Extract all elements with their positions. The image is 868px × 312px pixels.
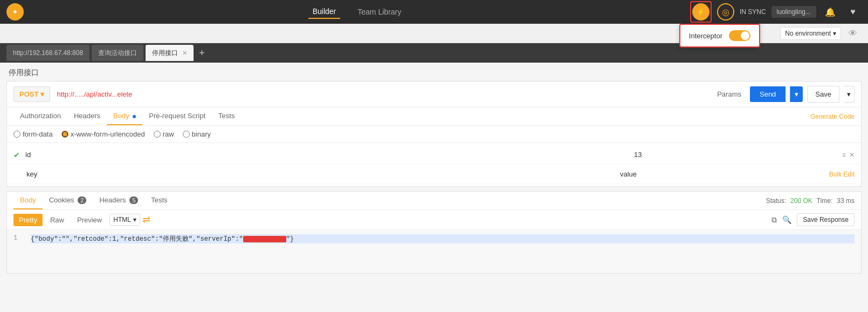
format-raw-button[interactable]: Raw <box>45 214 70 226</box>
field-row-id: ✔ id 13 ≡ ✕ <box>7 145 861 165</box>
field-row-placeholder: key value Bulk Edit <box>7 165 861 184</box>
url-input[interactable] <box>54 88 708 100</box>
tab-headers[interactable]: Headers <box>67 107 107 125</box>
body-type-form-data[interactable]: form-data <box>13 130 53 138</box>
top-nav-left: ✦ <box>6 3 24 21</box>
field-menu-icon[interactable]: ≡ <box>842 151 846 159</box>
tab-authorization[interactable]: Authorization <box>13 107 67 125</box>
save-button[interactable]: Save <box>807 86 839 103</box>
field-actions: ≡ ✕ <box>842 151 855 159</box>
line-numbers: 1 <box>13 234 24 269</box>
heart-icon[interactable]: ♥ <box>844 3 862 21</box>
eye-icon[interactable]: 👁 <box>844 25 862 42</box>
tab-team-library[interactable]: Team Library <box>353 5 405 18</box>
url-tab-1[interactable]: http://192.168.67.48:808 <box>6 45 89 61</box>
format-preview-button[interactable]: Preview <box>72 214 107 226</box>
search-icon[interactable]: 🔍 <box>782 215 791 224</box>
form-fields: ✔ id 13 ≡ ✕ key value Bulk Edit <box>7 143 861 186</box>
response-status-info: Status: 200 OK Time: 33 ms <box>766 197 855 205</box>
format-type-select[interactable]: HTML ▾ <box>109 214 140 226</box>
format-pretty-button[interactable]: Pretty <box>13 214 43 226</box>
redacted-ip <box>243 236 286 242</box>
request-section: POST ▾ Params Send ▾ Save ▾ Authorizatio… <box>6 81 862 187</box>
preview-format-row: Pretty Raw Preview HTML ▾ ⇌ ⧉ 🔍 Save Res… <box>7 210 861 230</box>
interceptor-button-wrapper: ⚡ <box>690 1 712 23</box>
user-button[interactable]: luolingling... <box>771 6 816 18</box>
url-tab-2[interactable]: 查询活动接口 <box>92 45 143 61</box>
interceptor-popup-label: Interceptor <box>689 32 722 40</box>
code-content: {"body":"","retcode":1,"retdesc":"停用失败",… <box>31 234 855 269</box>
format-type-chevron-icon: ▾ <box>133 216 136 223</box>
send-dropdown-button[interactable]: ▾ <box>790 86 803 102</box>
add-tab-button[interactable]: + <box>196 48 208 59</box>
page-title: 停用接口 <box>0 63 868 81</box>
code-line-1: {"body":"","retcode":1,"retdesc":"停用失败",… <box>31 234 855 243</box>
bulk-edit-link[interactable]: Bulk Edit <box>829 171 855 178</box>
env-chevron-icon: ▾ <box>833 30 836 37</box>
preview-format-left: Pretty Raw Preview HTML ▾ ⇌ <box>13 214 150 226</box>
notifications-icon[interactable]: 🔔 <box>822 3 839 21</box>
save-dropdown-button[interactable]: ▾ <box>844 86 855 103</box>
resp-tab-cookies[interactable]: Cookies 2 <box>43 192 93 209</box>
sync-label: IN SYNC <box>740 8 766 16</box>
request-tabs: Authorization Headers Body Pre-request S… <box>7 107 861 126</box>
resp-tab-body[interactable]: Body <box>13 192 43 209</box>
cookies-badge: 2 <box>78 196 86 204</box>
status-value: 200 OK <box>790 197 812 205</box>
tab-pre-request[interactable]: Pre-request Script <box>142 107 212 125</box>
body-dot-indicator <box>133 115 136 118</box>
url-tab-3[interactable]: 停用接口 ✕ <box>146 45 194 61</box>
sync-icon[interactable]: ◎ <box>717 3 734 21</box>
environment-select[interactable]: No environment ▾ <box>780 27 841 40</box>
field-delete-icon[interactable]: ✕ <box>849 151 855 159</box>
request-tabs-left: Authorization Headers Body Pre-request S… <box>13 107 241 125</box>
response-tabs-left: Body Cookies 2 Headers 5 Tests <box>13 192 174 209</box>
headers-badge: 5 <box>129 196 138 204</box>
top-nav: ✦ Builder Team Library ⚡ ◎ IN SYNC luoli… <box>0 0 868 24</box>
save-response-button[interactable]: Save Response <box>797 213 855 226</box>
resp-tab-tests[interactable]: Tests <box>144 192 174 209</box>
top-nav-right: ⚡ ◎ IN SYNC luolingling... 🔔 ♥ <box>690 1 862 23</box>
method-chevron-icon: ▾ <box>40 90 44 98</box>
code-area: 1 {"body":"","retcode":1,"retdesc":"停用失败… <box>7 230 861 273</box>
time-value: 33 ms <box>837 197 855 205</box>
generate-code-link[interactable]: Generate Code <box>810 113 855 120</box>
tab-tests[interactable]: Tests <box>212 107 241 125</box>
wrap-icon[interactable]: ⇌ <box>142 214 150 226</box>
tab-close-icon[interactable]: ✕ <box>182 50 187 57</box>
tab-body[interactable]: Body <box>107 107 142 125</box>
interceptor-toggle[interactable] <box>729 30 750 41</box>
send-button[interactable]: Send <box>750 86 786 102</box>
body-type-raw[interactable]: raw <box>154 130 174 138</box>
field-check-icon: ✔ <box>13 151 20 159</box>
body-type-row: form-data x-www-form-urlencoded raw bina… <box>7 126 861 143</box>
method-url-row: POST ▾ Params Send ▾ Save ▾ <box>7 82 861 107</box>
postman-logo: ✦ <box>6 3 24 21</box>
interceptor-popup: Interceptor <box>679 24 760 48</box>
body-type-urlencoded[interactable]: x-www-form-urlencoded <box>61 130 145 138</box>
copy-icon[interactable]: ⧉ <box>771 215 777 225</box>
tab-builder[interactable]: Builder <box>308 5 341 19</box>
interceptor-icon[interactable]: ⚡ <box>692 3 709 21</box>
resp-tab-headers[interactable]: Headers 5 <box>93 192 144 209</box>
response-tabs-row: Body Cookies 2 Headers 5 Tests Status: 2… <box>7 192 861 210</box>
preview-format-right: ⧉ 🔍 Save Response <box>771 213 855 226</box>
response-section: Body Cookies 2 Headers 5 Tests Status: 2… <box>6 191 862 274</box>
top-nav-center: Builder Team Library <box>308 5 406 19</box>
method-select[interactable]: POST ▾ <box>13 86 50 102</box>
params-button[interactable]: Params <box>713 88 746 100</box>
body-type-binary[interactable]: binary <box>183 130 211 138</box>
